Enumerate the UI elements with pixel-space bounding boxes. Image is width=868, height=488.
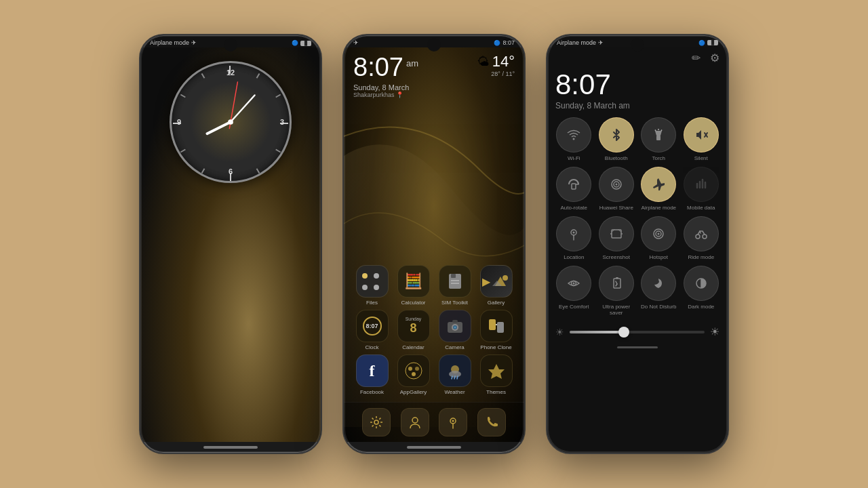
analog-clock: 12 3 6 9 bbox=[170, 61, 292, 183]
gallery-label: Gallery bbox=[488, 300, 505, 306]
toggle-eyecomfort[interactable]: Eye Comfort bbox=[555, 266, 593, 316]
app-camera[interactable]: Camera bbox=[436, 310, 473, 350]
volume-up-button-3[interactable] bbox=[728, 103, 729, 144]
autorotate-toggle-circle[interactable] bbox=[556, 167, 591, 202]
dock-settings[interactable] bbox=[362, 408, 391, 436]
app-appgallery[interactable]: AppGallery bbox=[395, 354, 432, 395]
brightness-track[interactable] bbox=[570, 331, 705, 333]
phone2-screen: 8:07am Sunday, 8 March Shakarpurkhas 📍 🌤… bbox=[344, 47, 524, 442]
torch-toggle-circle[interactable] bbox=[641, 117, 676, 152]
toggle-location[interactable]: Location bbox=[555, 216, 593, 260]
bluetooth-toggle-circle[interactable] bbox=[599, 117, 634, 152]
toggle-ridemode[interactable]: Ride mode bbox=[683, 216, 720, 260]
temp-range: 28° / 11° bbox=[477, 70, 515, 77]
clock-label: Clock bbox=[365, 344, 378, 350]
volume-up-button-2[interactable] bbox=[525, 103, 526, 144]
toggle-screenshot[interactable]: Screenshot bbox=[598, 216, 635, 260]
toggle-wifi[interactable]: Wi-Fi bbox=[555, 117, 593, 161]
camera-notch-2 bbox=[427, 38, 441, 52]
brightness-slider[interactable]: ☀ ☀ bbox=[555, 321, 719, 342]
toggle-ultrapowersaver[interactable]: Ultra power saver bbox=[598, 266, 635, 316]
phone-1: Airplane mode ✈ 🔵 ▊ bbox=[139, 34, 322, 454]
toggle-hotspot[interactable]: Hotspot bbox=[640, 216, 677, 260]
power-button-2[interactable] bbox=[342, 123, 343, 178]
home-date: Sunday, 8 March bbox=[353, 83, 418, 92]
autorotate-label: Auto-rotate bbox=[560, 205, 587, 211]
mobiledata-toggle-circle[interactable] bbox=[684, 167, 719, 202]
svg-rect-1 bbox=[451, 274, 456, 278]
dot1 bbox=[362, 273, 368, 279]
time-status-2: 8:07 bbox=[502, 39, 515, 46]
ultrapowersaver-label: Ultra power saver bbox=[598, 304, 635, 316]
toggle-bluetooth[interactable]: Bluetooth bbox=[598, 117, 635, 161]
app-calculator[interactable]: 🧮 Calculator bbox=[395, 265, 432, 306]
location-toggle-circle[interactable] bbox=[556, 216, 591, 251]
app-gallery[interactable]: Gallery bbox=[477, 265, 515, 306]
volume-up-button[interactable] bbox=[321, 103, 322, 144]
svg-point-14 bbox=[406, 363, 422, 379]
toggle-grid-row4: Eye Comfort Ultra power saver bbox=[555, 266, 719, 316]
app-row-1: Files 🧮 Calculator SIM To bbox=[351, 265, 517, 306]
darkmode-toggle-circle[interactable] bbox=[684, 266, 719, 301]
svg-point-46 bbox=[573, 283, 575, 285]
svg-rect-11 bbox=[452, 320, 458, 323]
svg-line-28 bbox=[655, 130, 656, 131]
brightness-fill bbox=[570, 331, 624, 333]
huaweishare-toggle-circle[interactable] bbox=[599, 167, 634, 202]
status-bar-1: Airplane mode ✈ 🔵 ▊ bbox=[140, 35, 321, 47]
toggle-silent[interactable]: Silent bbox=[683, 117, 720, 161]
ultrapowersaver-toggle-circle[interactable] bbox=[599, 266, 634, 301]
toggle-mobiledata[interactable]: Mobile data bbox=[683, 167, 720, 211]
app-phoneclone[interactable]: Phone Clone bbox=[477, 310, 515, 350]
app-calendar[interactable]: Sunday 8 Calendar bbox=[395, 310, 432, 350]
phoneclone-icon bbox=[480, 310, 513, 342]
toggle-torch[interactable]: Torch bbox=[640, 117, 677, 161]
volume-down-button-2[interactable] bbox=[525, 150, 526, 191]
ridemode-toggle-circle[interactable] bbox=[684, 216, 719, 251]
app-clock[interactable]: 8:07 Clock bbox=[353, 310, 391, 350]
dot2 bbox=[374, 273, 379, 279]
power-button-3[interactable] bbox=[546, 123, 547, 178]
app-weather[interactable]: Weather bbox=[436, 354, 473, 395]
home-indicator-2[interactable] bbox=[407, 446, 461, 449]
themes-label: Themes bbox=[486, 389, 506, 395]
app-facebook[interactable]: f Facebook bbox=[353, 354, 391, 395]
airplane-toggle-circle[interactable] bbox=[641, 167, 676, 202]
toggle-airplane[interactable]: Airplane mode bbox=[640, 167, 677, 211]
toggle-donotdisturb[interactable]: Do Not Disturb bbox=[640, 266, 677, 316]
volume-down-button-3[interactable] bbox=[728, 150, 729, 191]
bluetooth-icon: 🔵 bbox=[292, 40, 298, 46]
svg-rect-2 bbox=[451, 280, 459, 281]
status-bar-3: Airplane mode ✈ 🔵 ▊ bbox=[547, 35, 728, 47]
toggle-huaweishare[interactable]: Huawei Share bbox=[598, 167, 635, 211]
edit-icon[interactable]: ✏ bbox=[692, 52, 701, 64]
dock-maps[interactable] bbox=[439, 408, 467, 436]
volume-down-button[interactable] bbox=[321, 150, 322, 191]
app-simtoolkit[interactable]: SIM Toolkit bbox=[436, 265, 473, 306]
app-themes[interactable]: Themes bbox=[477, 354, 515, 395]
donotdisturb-toggle-circle[interactable] bbox=[641, 266, 676, 301]
wifi-toggle-circle[interactable] bbox=[556, 117, 591, 152]
bt-icon-2: 🔵 bbox=[494, 40, 500, 46]
app-files[interactable]: Files bbox=[353, 265, 391, 306]
svg-point-23 bbox=[452, 420, 454, 422]
facebook-icon: f bbox=[356, 354, 389, 387]
dock-phone[interactable] bbox=[477, 408, 506, 436]
calendar-date: 8 bbox=[410, 321, 416, 336]
simtoolkit-label: SIM Toolkit bbox=[441, 300, 468, 306]
toggle-darkmode[interactable]: Dark mode bbox=[683, 266, 720, 316]
silent-toggle-circle[interactable] bbox=[684, 117, 719, 152]
dock-contacts[interactable] bbox=[401, 408, 429, 436]
home-indicator-1[interactable] bbox=[203, 446, 258, 449]
svg-point-42 bbox=[658, 233, 660, 235]
hour-hand bbox=[207, 122, 231, 134]
eyecomfort-toggle-circle[interactable] bbox=[556, 266, 591, 301]
screenshot-toggle-circle[interactable] bbox=[599, 216, 634, 251]
toggle-grid-row3: Location Screenshot bbox=[555, 216, 719, 260]
hotspot-toggle-circle[interactable] bbox=[641, 216, 676, 251]
toggle-autorotate[interactable]: Auto-rotate bbox=[555, 167, 593, 211]
power-button[interactable] bbox=[139, 123, 140, 178]
settings-icon[interactable]: ⚙ bbox=[710, 52, 719, 64]
brightness-thumb[interactable] bbox=[618, 327, 629, 338]
bottom-indicator-3[interactable] bbox=[617, 346, 658, 348]
